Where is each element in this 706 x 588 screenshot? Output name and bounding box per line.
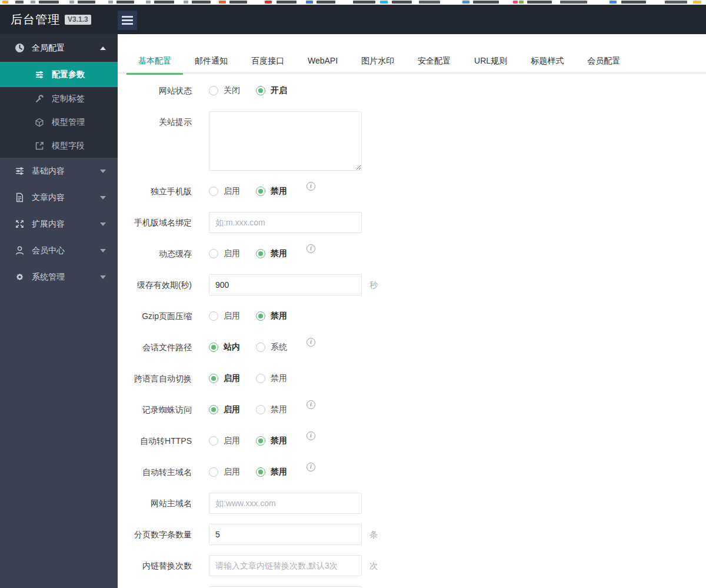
radio-option-disable[interactable]: 禁用 xyxy=(256,311,303,321)
bookmark-fragment xyxy=(108,1,113,4)
info-icon[interactable]: i xyxy=(307,400,315,409)
field-label: 记录蜘蛛访问 xyxy=(118,399,200,420)
radio-icon[interactable] xyxy=(209,187,218,196)
bookmark-fragment xyxy=(146,1,151,4)
bookmark-fragment xyxy=(184,1,188,4)
wrench-icon xyxy=(35,94,44,104)
tab-basic-config[interactable]: 基本配置 xyxy=(126,49,183,74)
tab-mail-notify[interactable]: 邮件通知 xyxy=(183,49,239,74)
radio-option-enable[interactable]: 启用 xyxy=(209,467,256,477)
bookmark-fragment xyxy=(69,1,74,4)
unit-label: 条 xyxy=(369,524,378,545)
radio-icon[interactable] xyxy=(209,249,218,258)
radio-option-disable[interactable]: 禁用 xyxy=(256,248,303,259)
gear-icon xyxy=(15,272,25,282)
close-notice-textarea[interactable] xyxy=(209,111,362,171)
mobile-domain-input[interactable] xyxy=(209,212,362,233)
radio-option-disable[interactable]: 禁用 xyxy=(256,373,303,384)
sidebar-item-model-manage[interactable]: 模型管理 xyxy=(0,111,118,134)
bookmark-fragment xyxy=(265,1,272,4)
sliders-icon xyxy=(35,70,44,79)
info-icon[interactable]: i xyxy=(307,431,315,440)
radio-checked-icon[interactable] xyxy=(256,436,265,446)
sidebar-item-article-content[interactable]: 文章内容 xyxy=(0,184,118,211)
radio-checked-icon[interactable] xyxy=(256,86,265,95)
bookmark-fragment xyxy=(154,1,174,4)
tab-title-style[interactable]: 标题样式 xyxy=(519,49,575,74)
bookmark-fragment xyxy=(219,1,226,4)
field-label: 自动转主域名 xyxy=(118,461,200,483)
sidebar-item-model-fields[interactable]: 模型字段 xyxy=(0,134,118,158)
radio-checked-icon[interactable] xyxy=(256,467,265,477)
radio-checked-icon[interactable] xyxy=(256,311,265,321)
radio-option-enable[interactable]: 启用 xyxy=(209,404,256,415)
radio-option-disable[interactable]: 禁用 xyxy=(256,186,303,197)
inner-link-count-input[interactable] xyxy=(209,555,362,576)
main-domain-input[interactable] xyxy=(209,493,362,514)
tab-baidu-api[interactable]: 百度接口 xyxy=(239,49,296,74)
cache-expire-input[interactable] xyxy=(209,274,362,295)
sidebar-group-global-config: 全局配置 配置参数 定制标签 模型管理 xyxy=(0,34,118,158)
sidebar-item-basic-content[interactable]: 基础内容 xyxy=(0,158,118,184)
sidebar-item-config-params[interactable]: 配置参数 xyxy=(0,62,118,87)
chevron-down-icon xyxy=(100,249,106,253)
info-icon[interactable]: i xyxy=(307,182,315,191)
version-badge: V3.1.3 xyxy=(65,15,91,25)
radio-icon[interactable] xyxy=(209,86,218,95)
radio-option-system[interactable]: 系统 xyxy=(256,342,303,353)
sidebar-item-extended-content[interactable]: 扩展内容 xyxy=(0,211,118,237)
radio-icon[interactable] xyxy=(256,374,265,383)
tab-url-rules[interactable]: URL规则 xyxy=(462,49,519,74)
radio-option-disable[interactable]: 禁用 xyxy=(256,404,303,415)
form-row-auto-https: 自动转HTTPS 启用 禁用 i xyxy=(118,430,706,451)
config-tabs: 基本配置 邮件通知 百度接口 WebAPI 图片水印 安全配置 URL规则 标题… xyxy=(118,49,706,74)
sidebar-item-system-manage[interactable]: 系统管理 xyxy=(0,264,118,290)
radio-option-disable[interactable]: 禁用 xyxy=(256,467,303,477)
radio-option-enable[interactable]: 启用 xyxy=(209,248,256,259)
bookmark-fragment xyxy=(527,1,552,4)
radio-option-enable[interactable]: 启用 xyxy=(209,311,256,321)
radio-option-close[interactable]: 关闭 xyxy=(209,85,256,96)
radio-option-open[interactable]: 开启 xyxy=(256,85,303,96)
globe-icon xyxy=(15,43,25,53)
radio-checked-icon[interactable] xyxy=(209,374,218,383)
radio-checked-icon[interactable] xyxy=(256,249,265,258)
radio-checked-icon[interactable] xyxy=(209,405,218,414)
tab-image-watermark[interactable]: 图片水印 xyxy=(349,49,406,74)
info-icon[interactable]: i xyxy=(307,338,315,347)
radio-checked-icon[interactable] xyxy=(256,187,265,196)
app-title: 后台管理 xyxy=(11,12,60,28)
sidebar-item-label: 系统管理 xyxy=(32,272,65,283)
tab-member-config[interactable]: 会员配置 xyxy=(575,49,632,74)
radio-option-onsite[interactable]: 站内 xyxy=(209,342,256,353)
radio-option-enable[interactable]: 启用 xyxy=(209,436,256,446)
bookmark-fragment xyxy=(621,1,646,4)
form-row-auto-main-domain: 自动转主域名 启用 禁用 i xyxy=(118,461,706,483)
tab-security-config[interactable]: 安全配置 xyxy=(406,49,462,74)
app-header: 后台管理 V3.1.3 xyxy=(0,5,706,34)
sidebar-item-custom-tags[interactable]: 定制标签 xyxy=(0,87,118,111)
field-label: Gzip页面压缩 xyxy=(118,305,200,327)
unit-label: 次 xyxy=(369,555,378,576)
pagination-count-input[interactable] xyxy=(209,524,362,545)
chevron-down-icon xyxy=(100,196,106,200)
radio-checked-icon[interactable] xyxy=(209,343,218,352)
radio-icon[interactable] xyxy=(209,467,218,477)
radio-icon[interactable] xyxy=(256,405,265,414)
chevron-down-icon xyxy=(100,275,106,279)
sidebar-item-member-center[interactable]: 会员中心 xyxy=(0,237,118,264)
sidebar-item-global-config[interactable]: 全局配置 xyxy=(0,34,118,62)
tab-webapi[interactable]: WebAPI xyxy=(296,49,349,74)
radio-option-enable[interactable]: 启用 xyxy=(209,186,256,197)
radio-option-enable[interactable]: 启用 xyxy=(209,373,256,384)
info-icon[interactable]: i xyxy=(307,463,315,471)
radio-option-disable[interactable]: 禁用 xyxy=(256,436,303,446)
radio-icon[interactable] xyxy=(256,343,265,352)
info-icon[interactable]: i xyxy=(307,244,315,253)
radio-icon[interactable] xyxy=(209,311,218,321)
form-row-spider-log: 记录蜘蛛访问 启用 禁用 i xyxy=(118,399,706,420)
form-row-mobile-domain: 手机版域名绑定 xyxy=(118,212,706,233)
basic-config-form: 网站状态 关闭 开启 关站提示 独立手机版 xyxy=(118,74,706,588)
sidebar-toggle-button[interactable] xyxy=(118,11,137,30)
radio-icon[interactable] xyxy=(209,436,218,446)
